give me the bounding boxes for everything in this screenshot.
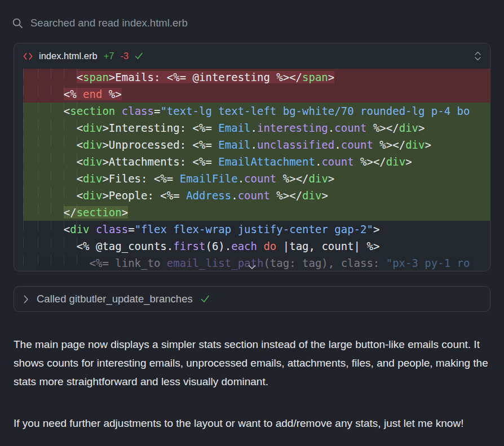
code-line: <span>Emails: <%= @interesting %></span> [23, 69, 490, 86]
diff-panel-header[interactable]: index.html.erb +7 -3 [14, 43, 490, 69]
code-line: </section> [23, 204, 490, 221]
code-line: <div>Files: <%= EmailFile.count %></div> [23, 170, 490, 187]
diff-code[interactable]: <span>Emails: <%= @interesting %></span>… [14, 69, 490, 271]
search-status-row[interactable]: Searched and read index.html.erb [12, 17, 188, 29]
search-icon [12, 18, 23, 29]
code-brackets-icon [23, 52, 33, 60]
code-line: <div>People: <%= Address.count %></div> [23, 187, 490, 204]
code-line: <div>Attachments: <%= EmailAttachment.co… [23, 153, 490, 170]
tool-call-label: Called gitbutler_update_branches [37, 293, 193, 305]
search-status-label: Searched and read index.html.erb [30, 17, 188, 29]
expand-diff-button[interactable] [247, 264, 258, 271]
chevron-right-icon [24, 295, 29, 304]
unfold-icon[interactable] [474, 51, 481, 61]
message-paragraph-1: The main page now displays a simpler sta… [14, 335, 491, 391]
diff-panel: index.html.erb +7 -3 <span>Emails: <%= @… [14, 43, 490, 271]
diff-filename: index.html.erb [39, 51, 98, 61]
code-line: <% end %> [23, 86, 490, 102]
message-paragraph-2: If you need further adjustments to the l… [14, 414, 491, 432]
code-line: <div>Unprocessed: <%= Email.unclassified… [23, 136, 490, 153]
check-icon [201, 295, 210, 303]
tool-call-row[interactable]: Called gitbutler_update_branches [14, 286, 490, 312]
code-line: <% @tag_counts.first(6).each do |tag, co… [23, 238, 490, 255]
diff-additions: +7 [104, 51, 114, 61]
check-icon [135, 52, 143, 60]
code-line: <section class="text-lg text-left bg-whi… [23, 102, 490, 119]
code-line: <div class="flex flex-wrap justify-cente… [23, 221, 490, 238]
chevron-down-icon [248, 265, 257, 270]
diff-deletions: -3 [120, 51, 129, 61]
code-line: <div>Interesting: <%= Email.interesting.… [23, 119, 490, 136]
